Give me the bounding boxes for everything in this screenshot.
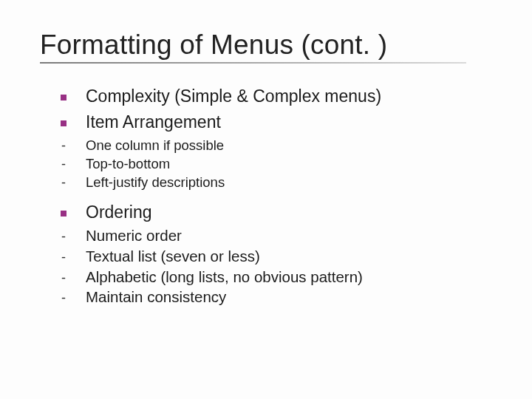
- dash-bullet-icon: -: [41, 290, 86, 306]
- dash-bullet-icon: -: [41, 175, 86, 191]
- bullet-level2: - Numeric order: [41, 226, 494, 246]
- spacer: [41, 191, 494, 197]
- bullet-level2: - Maintain consistency: [41, 287, 494, 307]
- bullet-text: One column if possible: [86, 137, 224, 154]
- dash-bullet-icon: -: [41, 250, 86, 265]
- title-wrap: Formatting of Menus (cont. ): [38, 30, 494, 66]
- bullet-level1: Item Arrangement: [41, 112, 494, 133]
- bullet-level1: Complexity (Simple & Complex menus): [41, 86, 494, 107]
- slide-body: Complexity (Simple & Complex menus) Item…: [38, 66, 494, 307]
- slide: Formatting of Menus (cont. ) Complexity …: [0, 0, 532, 399]
- bullet-level1: Ordering: [41, 202, 494, 223]
- dash-bullet-icon: -: [41, 229, 86, 245]
- bullet-level2: - Textual list (seven or less): [41, 247, 494, 267]
- bullet-text: Ordering: [86, 202, 151, 223]
- bullet-text: Item Arrangement: [86, 112, 221, 133]
- bullet-level2: - Left-justify descriptions: [41, 174, 494, 191]
- bullet-text: Textual list (seven or less): [86, 247, 260, 267]
- bullet-text: Complexity (Simple & Complex menus): [86, 86, 381, 107]
- title-underline: [40, 62, 466, 64]
- square-bullet-icon: [41, 92, 86, 105]
- bullet-level2: - Alphabetic (long lists, no obvious pat…: [41, 267, 494, 287]
- square-bullet-icon: [41, 208, 86, 221]
- square-bullet-icon: [41, 117, 86, 131]
- bullet-level2: - One column if possible: [41, 137, 494, 154]
- bullet-text: Top-to-bottom: [86, 155, 170, 173]
- bullet-text: Maintain consistency: [86, 287, 226, 307]
- bullet-text: Alphabetic (long lists, no obvious patte…: [86, 267, 363, 287]
- bullet-level2: - Top-to-bottom: [41, 155, 494, 173]
- bullet-text: Numeric order: [86, 226, 182, 246]
- dash-bullet-icon: -: [41, 157, 86, 172]
- slide-title: Formatting of Menus (cont. ): [40, 30, 494, 61]
- dash-bullet-icon: -: [41, 138, 86, 154]
- dash-bullet-icon: -: [41, 270, 86, 286]
- bullet-text: Left-justify descriptions: [86, 174, 225, 191]
